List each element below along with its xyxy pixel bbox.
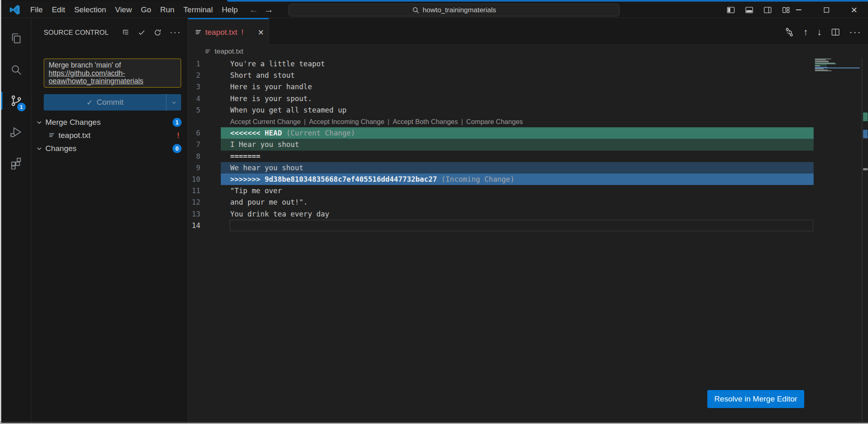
codelens-row: Accept Current Change | Accept Incoming …	[188, 116, 868, 127]
commit-message-line1: Merge branch 'main' of	[49, 61, 176, 70]
conflict-annotation: (Current Change)	[286, 129, 355, 137]
code-line: 11 "Tip me over	[188, 185, 868, 196]
maximize-button[interactable]	[812, 2, 840, 18]
activity-extensions[interactable]	[1, 147, 31, 178]
forward-arrow-icon[interactable]: →	[264, 4, 274, 15]
overview-ruler-incoming-mark[interactable]	[863, 130, 868, 138]
file-icon	[48, 132, 55, 139]
menu-selection[interactable]: Selection	[70, 2, 110, 18]
merge-changes-badge: 1	[173, 118, 182, 127]
maximize-icon	[824, 7, 829, 13]
changes-badge: 0	[173, 144, 182, 153]
activity-explorer[interactable]	[1, 23, 31, 54]
command-center-label: howto_trainingmaterials	[423, 6, 496, 14]
merge-changes-label: Merge Changes	[45, 118, 101, 127]
next-change-icon[interactable]: ↓	[817, 27, 822, 38]
source-control-badge: 1	[17, 103, 26, 111]
minimap-line	[815, 65, 820, 66]
editor-actions: ↑ ↓ ···	[784, 26, 861, 38]
line-number: 1	[188, 60, 221, 68]
close-button[interactable]: ×	[840, 2, 868, 18]
compare-changes-link[interactable]: Compare Changes	[466, 118, 523, 126]
line-number: 2	[188, 71, 221, 79]
resolve-in-merge-editor-button[interactable]: Resolve in Merge Editor	[707, 390, 804, 408]
commit-button-label: Commit	[96, 98, 123, 107]
chevron-down-icon[interactable]	[35, 145, 44, 152]
line-number: 3	[188, 83, 221, 91]
command-center-search[interactable]: howto_trainingmaterials	[289, 4, 619, 16]
overview-ruler-current-mark[interactable]	[863, 113, 868, 121]
chevron-down-icon[interactable]	[35, 119, 44, 126]
tab-teapot[interactable]: teapot.txt ! ×	[188, 18, 269, 45]
more-actions-icon[interactable]: ···	[849, 26, 861, 38]
file-icon	[195, 29, 202, 36]
search-icon	[412, 7, 419, 14]
commit-button-main[interactable]: ✓ Commit	[44, 98, 166, 107]
code-line: 2 Short and stout	[188, 70, 868, 81]
menu-go[interactable]: Go	[136, 2, 155, 18]
line-text: When you get all steamed up	[221, 104, 814, 116]
line-number: 13	[188, 210, 221, 218]
changes-label: Changes	[45, 144, 76, 153]
accept-current-change-link[interactable]: Accept Current Change	[230, 118, 301, 126]
view-as-tree-icon[interactable]	[122, 29, 130, 36]
minimize-icon	[796, 9, 801, 10]
line-text	[221, 220, 814, 231]
vscode-window: File Edit Selection View Go Run Terminal…	[0, 0, 868, 424]
menu-edit[interactable]: Edit	[47, 2, 70, 18]
breadcrumb-item: teapot.txt	[215, 47, 243, 56]
commit-dropdown-button[interactable]	[166, 94, 181, 111]
explorer-icon	[10, 32, 22, 45]
minimize-button[interactable]	[785, 2, 812, 18]
back-arrow-icon[interactable]: ←	[249, 4, 258, 15]
commit-message-link-line2: oeaw/howto_trainingmaterials	[49, 77, 176, 86]
close-tab-icon[interactable]: ×	[258, 27, 264, 37]
code-line-conflict-current-header: 6 <<<<<<< HEAD (Current Change)	[188, 127, 868, 139]
accept-incoming-change-link[interactable]: Accept Incoming Change	[309, 118, 384, 126]
section-changes[interactable]: Changes 0	[31, 142, 188, 155]
current-line-highlight	[230, 220, 813, 231]
conflict-marker: <<<<<<< HEAD	[230, 129, 282, 137]
overview-ruler-cursor-mark[interactable]	[863, 168, 868, 170]
section-merge-changes[interactable]: Merge Changes 1	[31, 116, 188, 129]
previous-change-icon[interactable]: ↑	[803, 27, 808, 38]
open-changes-icon[interactable]	[784, 27, 794, 37]
breadcrumb[interactable]: teapot.txt	[188, 45, 868, 58]
conflict-file-row[interactable]: teapot.txt !	[31, 129, 188, 142]
split-editor-icon[interactable]	[831, 27, 840, 37]
activity-run-debug[interactable]	[1, 116, 31, 147]
code-line-conflict-incoming-header: 10 >>>>>>> 9d38be81034835668c7ef405516dd…	[188, 174, 868, 185]
more-actions-icon[interactable]: ···	[170, 30, 181, 34]
minimap[interactable]	[815, 59, 861, 72]
toggle-secondary-sidebar-icon[interactable]	[763, 6, 772, 14]
menu-file[interactable]: File	[26, 2, 47, 18]
line-number: 5	[188, 106, 221, 114]
line-text: >>>>>>> 9d38be81034835668c7ef405516dd447…	[221, 174, 814, 185]
merge-codelens: Accept Current Change | Accept Incoming …	[188, 118, 523, 126]
panel-header: SOURCE CONTROL ···	[44, 27, 181, 38]
code-line: 5 When you get all steamed up	[188, 104, 868, 116]
line-text: I Hear you shout	[221, 139, 814, 150]
refresh-icon[interactable]	[154, 29, 161, 36]
line-text: Here is your spout.	[221, 93, 814, 104]
window-bottom-border	[0, 422, 868, 422]
activity-source-control[interactable]: 1	[1, 85, 31, 116]
activity-search[interactable]	[1, 54, 31, 85]
menu-view[interactable]: View	[111, 2, 137, 18]
tab-label: teapot.txt	[205, 28, 237, 37]
menu-run[interactable]: Run	[156, 2, 179, 18]
active-item-indicator	[1, 92, 2, 110]
accept-both-changes-link[interactable]: Accept Both Changes	[393, 118, 458, 126]
code-line: 12 and pour me out!".	[188, 196, 868, 208]
menu-terminal[interactable]: Terminal	[179, 2, 218, 18]
code-area[interactable]: 1 You're a little teapot 2 Short and sto…	[188, 58, 868, 231]
commit-check-icon[interactable]	[138, 29, 146, 36]
commit-message-link-line1: https://github.com/acdh-	[49, 70, 176, 78]
file-icon	[204, 48, 211, 55]
toggle-panel-icon[interactable]	[745, 6, 754, 14]
toggle-primary-sidebar-icon[interactable]	[727, 6, 735, 14]
commit-message-input[interactable]: Merge branch 'main' of https://github.co…	[44, 59, 181, 88]
commit-button[interactable]: ✓ Commit	[44, 94, 181, 111]
line-number: 7	[188, 140, 221, 149]
menu-help[interactable]: Help	[217, 2, 242, 18]
